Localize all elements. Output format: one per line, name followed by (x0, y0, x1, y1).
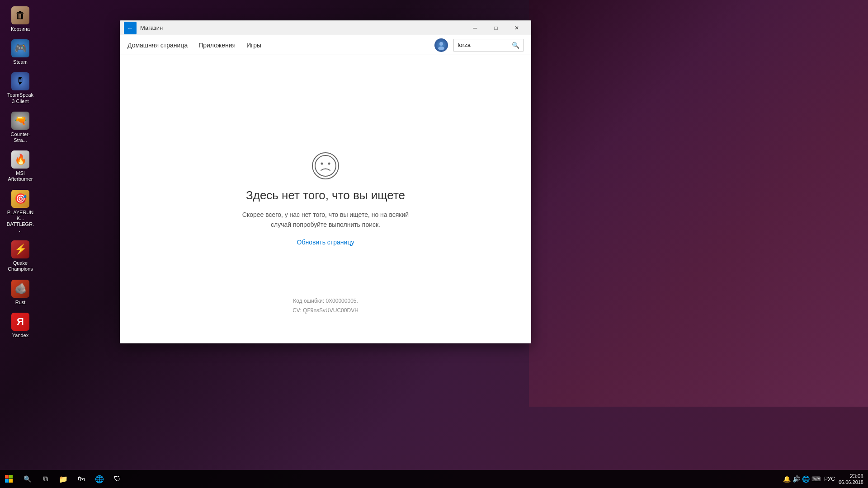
svg-point-4 (328, 162, 330, 164)
content-area: Здесь нет того, что вы ищете Скорее всег… (120, 55, 531, 343)
store-icon: 🛍 (78, 475, 85, 483)
notification-icon: 🔔 (783, 475, 791, 483)
window-controls: ─ □ ✕ (465, 21, 527, 35)
browser-button[interactable]: 🌐 (90, 470, 108, 488)
time-display: 23:08 (839, 473, 863, 479)
steam-label: Steam (13, 59, 28, 65)
desktop-icon-cs[interactable]: 🔫 Counter-Stra... (5, 110, 36, 145)
task-view-button[interactable]: ⧉ (36, 470, 54, 488)
back-arrow-icon: ← (127, 24, 133, 32)
desktop-icon-teamspeak[interactable]: 🎙 TeamSpeak 3 Client (5, 70, 36, 106)
system-tray-icons: 🔔 🔊 🌐 ⌨ (783, 475, 821, 483)
desktop-icon-yandex[interactable]: Я Yandex (5, 311, 36, 340)
error-title: Здесь нет того, что вы ищете (246, 188, 405, 202)
clock[interactable]: 23:08 06.06.2018 (839, 473, 863, 485)
error-codes: Код ошибки: 0X00000005. CV: QF9nsSvUVUC0… (292, 296, 359, 316)
date-display: 06.06.2018 (839, 479, 863, 485)
language-indicator: РУС (824, 476, 835, 482)
svg-rect-8 (9, 479, 13, 483)
quake-icon: ⚡ (11, 240, 29, 258)
windows-icon (5, 475, 13, 483)
taskbar-search-button[interactable]: 🔍 (18, 470, 36, 488)
back-button[interactable]: ← (124, 22, 137, 34)
volume-icon[interactable]: 🔊 (793, 475, 800, 483)
pubg-icon: 🎯 (11, 190, 29, 208)
title-bar: ← Магазин ─ □ ✕ (120, 21, 531, 35)
cv-text: CV: QF9nsSvUVUC00DVH (292, 306, 359, 316)
antivirus-icon: 🛡 (114, 475, 121, 483)
task-view-icon: ⧉ (43, 475, 48, 483)
start-button[interactable] (0, 470, 18, 488)
msi-label: MSI Afterburner (6, 170, 34, 182)
taskbar-search-icon: 🔍 (24, 475, 31, 483)
desktop-icon-quake[interactable]: ⚡ Quake Champions (5, 239, 36, 274)
taskbar-right: 🔔 🔊 🌐 ⌨ РУС 23:08 06.06.2018 (783, 473, 868, 485)
minimize-icon: ─ (473, 25, 477, 31)
teamspeak-label: TeamSpeak 3 Client (6, 92, 34, 104)
store-taskbar-button[interactable]: 🛍 (72, 470, 90, 488)
desktop-icons-container: 🗑 Корзина 🎮 Steam 🎙 TeamSpeak 3 Client 🔫… (0, 0, 41, 345)
steam-icon: 🎮 (11, 39, 29, 57)
store-window: ← Магазин ─ □ ✕ Домашняя страница Прилож… (120, 20, 531, 343)
desktop: 🗑 Корзина 🎮 Steam 🎙 TeamSpeak 3 Client 🔫… (0, 0, 868, 488)
basket-icon: 🗑 (11, 6, 29, 24)
browser-icon: 🌐 (95, 475, 104, 483)
desktop-icon-pubg[interactable]: 🎯 PLAYERUNK... BATTLEGR... (5, 188, 36, 235)
network-icon[interactable]: 🌐 (802, 475, 810, 483)
nav-home[interactable]: Домашняя страница (127, 40, 188, 51)
yandex-icon: Я (11, 313, 29, 331)
maximize-button[interactable]: □ (486, 21, 506, 35)
svg-point-0 (439, 42, 443, 46)
rust-icon: 🪨 (11, 280, 29, 298)
close-icon: ✕ (514, 25, 519, 31)
yandex-label: Yandex (12, 333, 29, 338)
nav-games[interactable]: Игры (246, 40, 261, 51)
desktop-icon-basket[interactable]: 🗑 Корзина (5, 5, 36, 34)
search-box[interactable]: 🔍 (453, 39, 524, 52)
antivirus-button[interactable]: 🛡 (108, 470, 127, 488)
basket-label: Корзина (11, 26, 30, 32)
pubg-label: PLAYERUNK... BATTLEGR... (6, 210, 34, 234)
error-code-text: Код ошибки: 0X00000005. (292, 296, 359, 306)
search-input[interactable] (458, 42, 512, 48)
teamspeak-icon: 🎙 (11, 72, 29, 90)
error-face-icon (312, 152, 339, 179)
nav-apps[interactable]: Приложения (198, 40, 236, 51)
explorer-icon: 📁 (59, 475, 68, 483)
desktop-icon-rust[interactable]: 🪨 Rust (5, 278, 36, 307)
svg-point-2 (315, 155, 336, 176)
cs-label: Counter-Stra... (6, 131, 34, 143)
minimize-button[interactable]: ─ (465, 21, 486, 35)
keyboard-icon: ⌨ (811, 475, 821, 483)
svg-rect-7 (5, 479, 9, 483)
desktop-icon-msi[interactable]: 🔥 MSI Afterburner (5, 149, 36, 184)
maximize-icon: □ (494, 25, 497, 31)
window-title: Магазин (140, 24, 465, 31)
svg-point-1 (438, 47, 444, 50)
nav-bar: Домашняя страница Приложения Игры 🔍 (120, 35, 531, 55)
user-avatar[interactable] (434, 38, 448, 52)
svg-point-3 (321, 162, 323, 164)
desktop-icon-steam[interactable]: 🎮 Steam (5, 38, 36, 67)
rust-label: Rust (15, 300, 26, 305)
file-explorer-button[interactable]: 📁 (54, 470, 72, 488)
refresh-link[interactable]: Обновить страницу (297, 239, 354, 246)
svg-rect-5 (5, 475, 9, 479)
taskbar: 🔍 ⧉ 📁 🛍 🌐 🛡 🔔 🔊 🌐 ⌨ РУС 23:08 (0, 470, 868, 488)
svg-rect-6 (9, 475, 13, 479)
search-icon[interactable]: 🔍 (512, 42, 519, 49)
msi-icon: 🔥 (11, 150, 29, 169)
avatar-icon (437, 41, 446, 50)
quake-label: Quake Champions (6, 260, 34, 272)
desktop-background-decoration (529, 0, 868, 407)
error-subtitle: Скорее всего, у нас нет того, что вы ище… (235, 210, 416, 230)
close-button[interactable]: ✕ (506, 21, 527, 35)
sad-face-svg (314, 155, 337, 177)
cs-icon: 🔫 (11, 112, 29, 130)
